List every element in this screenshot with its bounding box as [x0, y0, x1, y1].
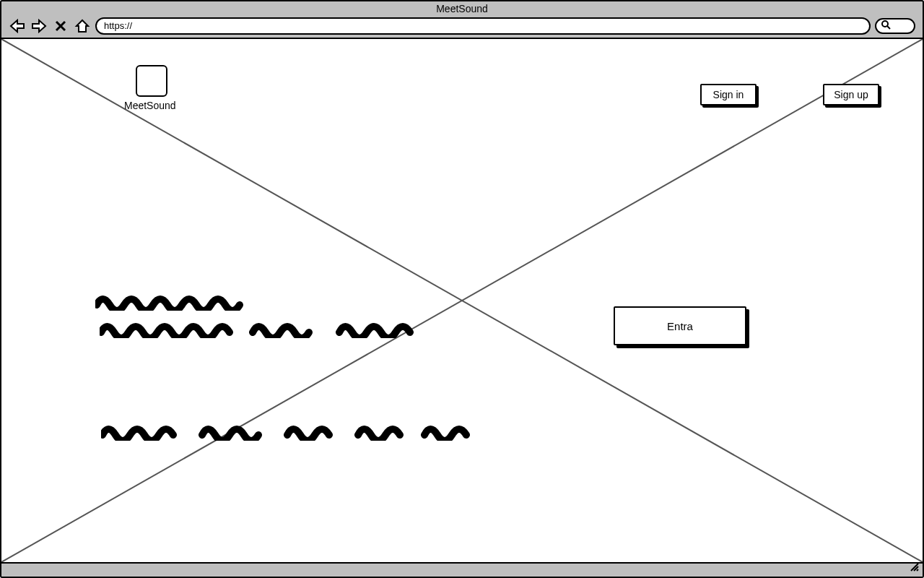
- resize-grip-icon[interactable]: [910, 562, 920, 575]
- address-bar[interactable]: https://: [95, 17, 871, 35]
- entra-button[interactable]: Entra: [614, 306, 746, 345]
- sign-up-button[interactable]: Sign up: [823, 84, 879, 105]
- browser-toolbar: https://: [9, 16, 915, 36]
- back-icon[interactable]: [9, 17, 26, 35]
- forward-icon[interactable]: [30, 17, 48, 35]
- page-viewport: MeetSound Sign in Sign up Entra: [0, 39, 924, 564]
- svg-point-0: [882, 21, 888, 27]
- logo-placeholder: [136, 65, 167, 97]
- hero-subtext-placeholder: [101, 422, 484, 449]
- address-bar-text: https://: [104, 19, 132, 33]
- browser-statusbar: [0, 564, 924, 578]
- hero-headline-placeholder: [95, 292, 417, 347]
- logo-label: MeetSound: [124, 100, 176, 111]
- search-icon: [881, 20, 891, 33]
- sign-in-button[interactable]: Sign in: [700, 84, 757, 105]
- stop-icon[interactable]: [52, 17, 69, 35]
- auth-buttons: Sign in Sign up: [700, 84, 879, 105]
- browser-chrome: MeetSound https://: [0, 0, 924, 39]
- browser-search[interactable]: [875, 18, 915, 34]
- window-title: MeetSound: [1, 3, 923, 14]
- home-icon[interactable]: [74, 17, 91, 35]
